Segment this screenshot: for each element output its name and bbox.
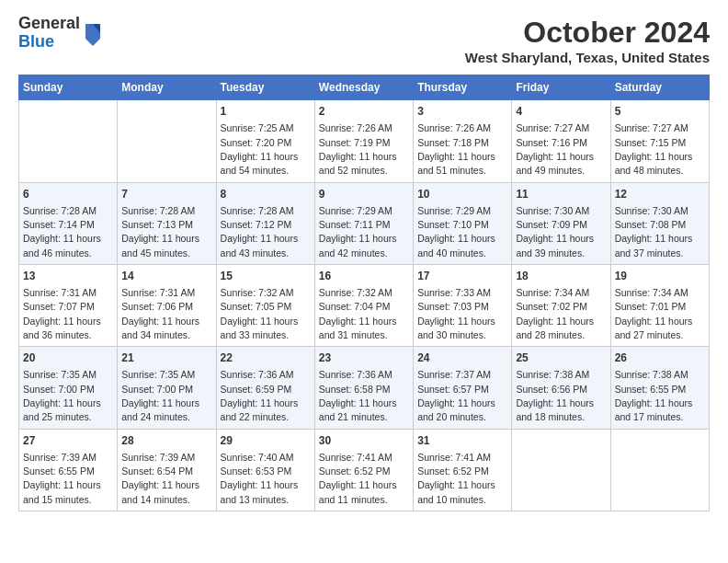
calendar-cell: 7Sunrise: 7:28 AMSunset: 7:13 PMDaylight… bbox=[118, 182, 216, 264]
day-info: Sunrise: 7:36 AMSunset: 6:59 PMDaylight:… bbox=[221, 369, 299, 422]
calendar-cell: 9Sunrise: 7:29 AMSunset: 7:11 PMDaylight… bbox=[314, 182, 413, 264]
calendar-cell: 30Sunrise: 7:41 AMSunset: 6:52 PMDayligh… bbox=[314, 429, 413, 511]
calendar-cell: 22Sunrise: 7:36 AMSunset: 6:59 PMDayligh… bbox=[216, 347, 314, 429]
header-day-monday: Monday bbox=[118, 75, 216, 100]
day-info: Sunrise: 7:34 AMSunset: 7:01 PMDaylight:… bbox=[615, 287, 693, 340]
day-info: Sunrise: 7:27 AMSunset: 7:15 PMDaylight:… bbox=[615, 122, 693, 176]
calendar-cell: 28Sunrise: 7:39 AMSunset: 6:54 PMDayligh… bbox=[118, 429, 216, 511]
day-info: Sunrise: 7:25 AMSunset: 7:20 PMDaylight:… bbox=[221, 122, 299, 176]
calendar-cell: 5Sunrise: 7:27 AMSunset: 7:15 PMDaylight… bbox=[610, 100, 709, 182]
calendar-table: SundayMondayTuesdayWednesdayThursdayFrid… bbox=[18, 75, 710, 511]
day-info: Sunrise: 7:30 AMSunset: 7:09 PMDaylight:… bbox=[516, 205, 594, 259]
calendar-cell: 16Sunrise: 7:32 AMSunset: 7:04 PMDayligh… bbox=[314, 265, 413, 347]
logo-text: General Blue bbox=[18, 15, 80, 52]
calendar-cell: 4Sunrise: 7:27 AMSunset: 7:16 PMDaylight… bbox=[512, 100, 610, 182]
day-number: 2 bbox=[319, 104, 409, 120]
calendar-cell bbox=[512, 429, 610, 511]
calendar-cell: 12Sunrise: 7:30 AMSunset: 7:08 PMDayligh… bbox=[610, 182, 709, 264]
calendar-cell: 2Sunrise: 7:26 AMSunset: 7:19 PMDaylight… bbox=[314, 100, 413, 182]
day-number: 24 bbox=[417, 350, 507, 366]
calendar-cell: 20Sunrise: 7:35 AMSunset: 7:00 PMDayligh… bbox=[19, 347, 118, 429]
logo-blue: Blue bbox=[18, 32, 54, 51]
logo: General Blue bbox=[18, 15, 104, 52]
calendar-cell: 10Sunrise: 7:29 AMSunset: 7:10 PMDayligh… bbox=[414, 182, 512, 264]
day-info: Sunrise: 7:40 AMSunset: 6:53 PMDaylight:… bbox=[221, 452, 299, 505]
calendar-cell: 13Sunrise: 7:31 AMSunset: 7:07 PMDayligh… bbox=[19, 265, 118, 347]
day-info: Sunrise: 7:38 AMSunset: 6:56 PMDaylight:… bbox=[516, 369, 594, 422]
day-info: Sunrise: 7:26 AMSunset: 7:18 PMDaylight:… bbox=[417, 122, 495, 176]
day-number: 5 bbox=[615, 104, 705, 120]
week-row-4: 20Sunrise: 7:35 AMSunset: 7:00 PMDayligh… bbox=[19, 347, 710, 429]
day-number: 25 bbox=[516, 350, 606, 366]
calendar-cell bbox=[19, 100, 118, 182]
day-number: 18 bbox=[516, 269, 606, 284]
day-number: 14 bbox=[121, 269, 211, 284]
day-info: Sunrise: 7:30 AMSunset: 7:08 PMDaylight:… bbox=[615, 205, 693, 259]
day-number: 20 bbox=[23, 350, 113, 366]
header-day-thursday: Thursday bbox=[414, 75, 512, 100]
day-number: 12 bbox=[615, 187, 705, 202]
day-number: 16 bbox=[319, 269, 409, 284]
week-row-5: 27Sunrise: 7:39 AMSunset: 6:55 PMDayligh… bbox=[19, 429, 710, 511]
day-number: 29 bbox=[221, 433, 311, 449]
calendar-cell: 31Sunrise: 7:41 AMSunset: 6:52 PMDayligh… bbox=[414, 429, 512, 511]
calendar-cell: 3Sunrise: 7:26 AMSunset: 7:18 PMDaylight… bbox=[414, 100, 512, 182]
header-day-tuesday: Tuesday bbox=[216, 75, 314, 100]
logo-icon bbox=[82, 20, 104, 46]
calendar-cell: 25Sunrise: 7:38 AMSunset: 6:56 PMDayligh… bbox=[512, 347, 610, 429]
calendar-cell: 11Sunrise: 7:30 AMSunset: 7:09 PMDayligh… bbox=[512, 182, 610, 264]
calendar-cell: 18Sunrise: 7:34 AMSunset: 7:02 PMDayligh… bbox=[512, 265, 610, 347]
day-number: 9 bbox=[319, 187, 409, 202]
day-number: 1 bbox=[221, 104, 311, 120]
calendar-cell: 6Sunrise: 7:28 AMSunset: 7:14 PMDaylight… bbox=[19, 182, 118, 264]
day-info: Sunrise: 7:33 AMSunset: 7:03 PMDaylight:… bbox=[417, 287, 495, 340]
calendar-cell: 19Sunrise: 7:34 AMSunset: 7:01 PMDayligh… bbox=[610, 265, 709, 347]
day-info: Sunrise: 7:39 AMSunset: 6:55 PMDaylight:… bbox=[23, 452, 101, 505]
calendar-cell: 15Sunrise: 7:32 AMSunset: 7:05 PMDayligh… bbox=[216, 265, 314, 347]
week-row-2: 6Sunrise: 7:28 AMSunset: 7:14 PMDaylight… bbox=[19, 182, 710, 264]
day-number: 8 bbox=[221, 187, 311, 202]
calendar-cell: 14Sunrise: 7:31 AMSunset: 7:06 PMDayligh… bbox=[118, 265, 216, 347]
day-number: 6 bbox=[23, 187, 113, 202]
day-info: Sunrise: 7:28 AMSunset: 7:14 PMDaylight:… bbox=[23, 205, 101, 259]
header-day-friday: Friday bbox=[512, 75, 610, 100]
calendar-cell bbox=[118, 100, 216, 182]
calendar-cell: 24Sunrise: 7:37 AMSunset: 6:57 PMDayligh… bbox=[414, 347, 512, 429]
week-row-1: 1Sunrise: 7:25 AMSunset: 7:20 PMDaylight… bbox=[19, 100, 710, 182]
calendar-cell: 29Sunrise: 7:40 AMSunset: 6:53 PMDayligh… bbox=[216, 429, 314, 511]
calendar-header: SundayMondayTuesdayWednesdayThursdayFrid… bbox=[19, 75, 710, 100]
day-number: 10 bbox=[417, 187, 507, 202]
header-row: SundayMondayTuesdayWednesdayThursdayFrid… bbox=[19, 75, 710, 100]
day-number: 13 bbox=[23, 269, 113, 284]
day-info: Sunrise: 7:26 AMSunset: 7:19 PMDaylight:… bbox=[319, 122, 397, 176]
day-number: 17 bbox=[417, 269, 507, 284]
day-info: Sunrise: 7:32 AMSunset: 7:05 PMDaylight:… bbox=[221, 287, 299, 340]
main-title: October 2024 bbox=[465, 15, 710, 50]
calendar-cell: 21Sunrise: 7:35 AMSunset: 7:00 PMDayligh… bbox=[118, 347, 216, 429]
day-info: Sunrise: 7:35 AMSunset: 7:00 PMDaylight:… bbox=[121, 369, 199, 422]
day-info: Sunrise: 7:28 AMSunset: 7:12 PMDaylight:… bbox=[221, 205, 299, 259]
calendar-cell: 8Sunrise: 7:28 AMSunset: 7:12 PMDaylight… bbox=[216, 182, 314, 264]
day-number: 22 bbox=[221, 350, 311, 366]
day-info: Sunrise: 7:34 AMSunset: 7:02 PMDaylight:… bbox=[516, 287, 594, 340]
day-number: 28 bbox=[121, 433, 211, 449]
day-number: 4 bbox=[516, 104, 606, 120]
calendar-cell: 27Sunrise: 7:39 AMSunset: 6:55 PMDayligh… bbox=[19, 429, 118, 511]
day-number: 27 bbox=[23, 433, 113, 449]
day-number: 31 bbox=[417, 433, 507, 449]
day-info: Sunrise: 7:31 AMSunset: 7:06 PMDaylight:… bbox=[121, 287, 199, 340]
day-number: 26 bbox=[615, 350, 705, 366]
day-info: Sunrise: 7:28 AMSunset: 7:13 PMDaylight:… bbox=[121, 205, 199, 259]
day-number: 21 bbox=[121, 350, 211, 366]
logo-general: General bbox=[18, 14, 80, 32]
page-header: General Blue October 2024 West Sharyland… bbox=[18, 15, 710, 65]
day-info: Sunrise: 7:31 AMSunset: 7:07 PMDaylight:… bbox=[23, 287, 101, 340]
header-day-saturday: Saturday bbox=[610, 75, 709, 100]
day-number: 3 bbox=[417, 104, 507, 120]
day-info: Sunrise: 7:37 AMSunset: 6:57 PMDaylight:… bbox=[417, 369, 495, 422]
day-info: Sunrise: 7:41 AMSunset: 6:52 PMDaylight:… bbox=[319, 452, 397, 505]
calendar-cell bbox=[610, 429, 709, 511]
header-day-wednesday: Wednesday bbox=[314, 75, 413, 100]
subtitle: West Sharyland, Texas, United States bbox=[465, 50, 710, 65]
day-info: Sunrise: 7:32 AMSunset: 7:04 PMDaylight:… bbox=[319, 287, 397, 340]
